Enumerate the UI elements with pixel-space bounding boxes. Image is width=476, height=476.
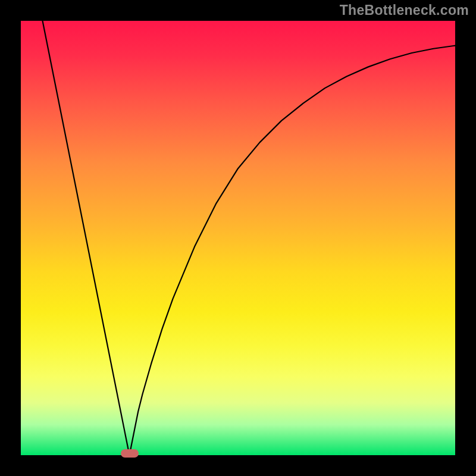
watermark-text: TheBottleneck.com xyxy=(340,2,469,18)
chart-canvas: TheBottleneck.com xyxy=(0,0,476,476)
curve-layer xyxy=(21,21,455,455)
optimal-point-marker xyxy=(121,449,139,458)
bottleneck-curve xyxy=(43,21,456,455)
plot-area xyxy=(21,21,455,455)
